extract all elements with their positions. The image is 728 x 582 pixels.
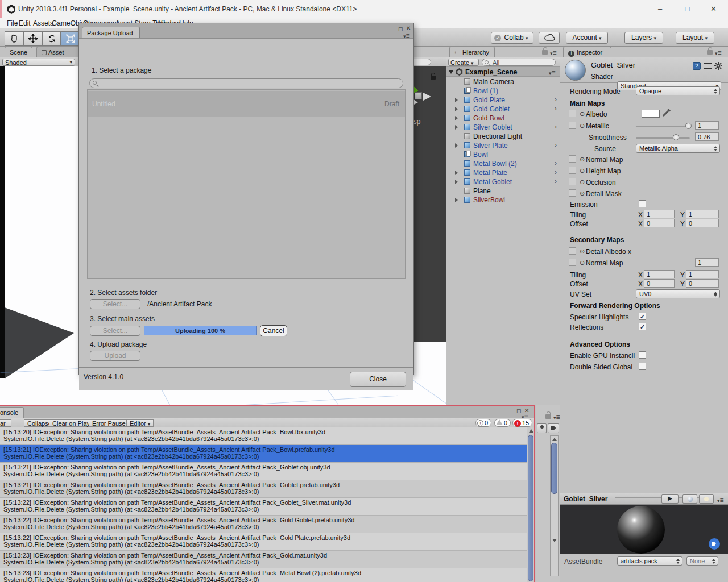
tab-scene[interactable]: Scene (5, 47, 32, 57)
console-log-entry[interactable]: [15:13:22] IOException: Sharing violatio… (0, 533, 527, 551)
minimize-button[interactable]: – (647, 0, 673, 18)
console-log-entry[interactable]: [15:13:21] IOException: Sharing violatio… (0, 480, 527, 498)
help-icon[interactable]: ? (693, 62, 701, 70)
hierarchy-item-directional-light[interactable]: Directional Light (446, 132, 560, 141)
console-log-entry[interactable]: [15:13:21] IOException: Sharing violatio… (0, 445, 527, 463)
maximize-icon[interactable]: ◻ (516, 408, 521, 414)
double-sided-checkbox[interactable] (639, 363, 646, 370)
main-tiling-y-field[interactable]: 1 (686, 210, 719, 218)
target-icon[interactable]: ⊙ (580, 156, 585, 163)
smoothness-slider[interactable] (636, 137, 690, 139)
assetbundle-dropdown[interactable]: artifacts pack (617, 556, 682, 566)
scroll-up-icon[interactable] (529, 429, 533, 433)
presets-icon[interactable] (704, 63, 712, 69)
prefab-chevron-icon[interactable]: › (555, 123, 557, 131)
label-button[interactable] (548, 423, 559, 433)
occlusion-texture-slot[interactable] (569, 178, 576, 185)
scale-tool-button[interactable] (61, 31, 80, 46)
layers-dropdown[interactable]: Layers ▾ (624, 32, 663, 44)
console-log-entry[interactable]: [15:13:20] IOException: Sharing violatio… (0, 427, 527, 445)
expand-triangle-icon[interactable] (455, 107, 458, 111)
sec-offset-x-field[interactable]: 0 (644, 279, 675, 288)
console-log-entry[interactable]: [15:13:22] IOException: Sharing violatio… (0, 516, 527, 533)
gpu-instancing-checkbox[interactable] (639, 351, 646, 359)
maximize-button[interactable]: □ (675, 0, 700, 18)
hierarchy-search-input[interactable]: All (482, 59, 556, 66)
detail-albedo-texture-slot[interactable] (569, 247, 576, 255)
albedo-texture-slot[interactable] (569, 110, 576, 117)
expand-triangle-icon[interactable] (455, 198, 458, 202)
hierarchy-item-gold-goblet[interactable]: Gold Goblet› (446, 105, 560, 114)
main-offset-x-field[interactable]: 0 (644, 219, 675, 227)
tab-package-upload[interactable]: Package Upload (82, 27, 140, 38)
maximize-icon[interactable]: ◻ (398, 26, 403, 32)
prefab-chevron-icon[interactable]: › (555, 168, 557, 176)
hand-tool-button[interactable] (5, 31, 23, 46)
expand-triangle-icon[interactable] (455, 116, 458, 120)
lock-icon[interactable] (545, 414, 551, 419)
scrollbar-thumb[interactable] (551, 443, 557, 494)
scroll-up-icon[interactable] (552, 438, 557, 441)
variant-dropdown[interactable]: None (686, 556, 718, 566)
expand-triangle-icon[interactable] (455, 180, 458, 184)
menu-edit[interactable]: Edit (19, 19, 31, 27)
select-assets-folder-button[interactable]: Select... (90, 299, 140, 309)
lock-icon[interactable] (707, 50, 713, 55)
package-row[interactable]: Untitled Draft (88, 91, 405, 117)
eyedropper-icon[interactable] (663, 110, 669, 117)
preview-light-button[interactable] (699, 494, 714, 504)
metallic-value-field[interactable]: 1 (695, 121, 719, 130)
detail-mask-texture-slot[interactable] (569, 189, 576, 197)
hierarchy-item-gold-plate[interactable]: Gold Plate› (446, 95, 560, 105)
editor-dropdown[interactable]: Editor ▾ (126, 419, 154, 427)
expand-triangle-icon[interactable] (455, 98, 458, 102)
tab-console[interactable]: Console (0, 407, 24, 418)
error-pause-button[interactable]: Error Pause (89, 419, 129, 427)
menu-file[interactable]: File (7, 19, 18, 27)
hierarchy-item-metal-plate[interactable]: Metal Plate› (446, 168, 560, 177)
close-dialog-button[interactable]: Close (350, 372, 406, 387)
gizmo-center-cube[interactable] (415, 92, 422, 99)
target-icon[interactable]: ⊙ (580, 259, 585, 267)
prefab-chevron-icon[interactable]: › (555, 95, 557, 103)
preview-header[interactable]: Goblet_Silver ▶ ▾ (560, 493, 728, 505)
prefab-chevron-icon[interactable]: › (555, 159, 557, 167)
expand-triangle-icon[interactable] (449, 70, 453, 76)
clear-on-play-button[interactable]: Clear on Play (49, 419, 93, 427)
asset-label-tag-icon[interactable] (709, 538, 720, 550)
expand-triangle-icon[interactable] (455, 171, 458, 175)
error-count-badge[interactable]: !15 (512, 419, 532, 427)
gear-icon[interactable] (714, 62, 722, 70)
prefab-chevron-icon[interactable]: › (555, 105, 557, 113)
metallic-texture-slot[interactable] (569, 122, 576, 129)
smoothness-slider-thumb[interactable] (673, 134, 679, 140)
rendering-mode-dropdown[interactable]: Opaque (636, 86, 720, 95)
smoothness-value-field[interactable]: 0.76 (695, 132, 719, 141)
hierarchy-item-gold-bowl[interactable]: Gold Bowl (446, 114, 560, 123)
uv-set-dropdown[interactable]: UV0 (636, 289, 720, 298)
panel-menu-icon[interactable]: ▾ (549, 69, 555, 77)
upload-button[interactable]: Upload (90, 351, 140, 361)
target-icon[interactable]: ⊙ (580, 190, 585, 197)
hierarchy-item-silver-goblet[interactable]: Silver Goblet› (446, 123, 560, 132)
preview-sphere-button[interactable] (682, 494, 697, 504)
prefab-chevron-icon[interactable]: › (555, 141, 557, 149)
presence-button[interactable] (537, 423, 547, 433)
hierarchy-item-bowl[interactable]: Bowl (446, 150, 560, 159)
tab-inspector[interactable]: iInspector (563, 47, 611, 57)
source-dropdown[interactable]: Metallic Alpha (636, 144, 720, 153)
secondary-normal-value-field[interactable]: 1 (695, 258, 719, 267)
panel-menu-icon[interactable]: ▾ (550, 49, 556, 57)
panel-menu-icon[interactable]: ▾ (715, 49, 721, 57)
menu-assets[interactable]: Assets (33, 19, 53, 27)
panel-menu-icon[interactable]: ▾ (553, 413, 560, 421)
main-offset-y-field[interactable]: 0 (686, 219, 719, 227)
cloud-button[interactable] (539, 32, 560, 44)
height-map-texture-slot[interactable] (569, 167, 576, 174)
package-search-input[interactable] (89, 78, 403, 88)
panel-menu-icon[interactable]: ▾ (717, 496, 723, 504)
scroll-down-icon[interactable] (552, 539, 557, 542)
main-tiling-x-field[interactable]: 1 (644, 210, 675, 218)
hierarchy-item-metal-bowl-2-[interactable]: Metal Bowl (2)› (446, 159, 560, 168)
shading-mode-dropdown[interactable]: Shaded▾ (2, 59, 75, 66)
